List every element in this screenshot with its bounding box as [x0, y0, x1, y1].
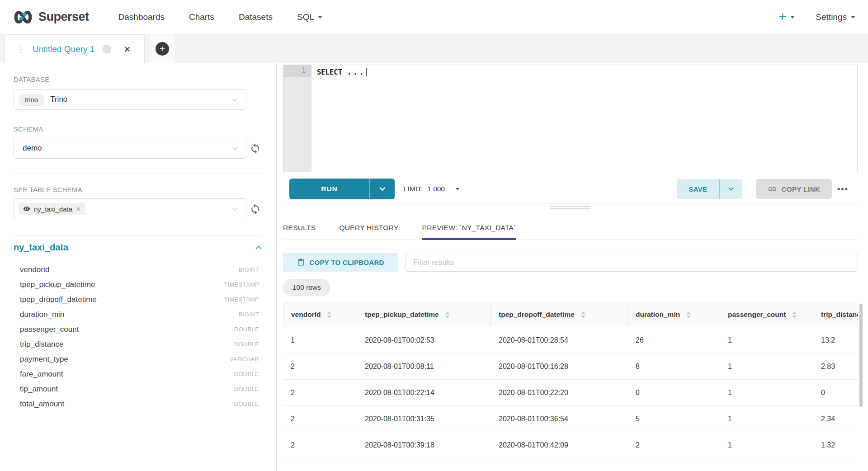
navbar-right: + Settings	[778, 10, 855, 24]
chevron-down-icon	[231, 145, 239, 152]
copy-to-clipboard-label: COPY TO CLIPBOARD	[309, 259, 384, 266]
refresh-tables-icon[interactable]	[248, 202, 262, 216]
text-cursor	[366, 68, 367, 76]
filter-results-input[interactable]	[406, 253, 858, 272]
column-header-tpep-pickup-datetime[interactable]: tpep_pickup_datetime	[357, 302, 491, 327]
table-column-row: tpep_pickup_datetimeTIMESTAMP	[14, 277, 263, 292]
tab-preview-ny-taxi-data[interactable]: PREVIEW: `NY_TAXI_DATA`	[422, 216, 516, 240]
table-row: 22020-08-01T00:39:182020-08-01T00:42:092…	[283, 432, 858, 458]
more-actions-button[interactable]: •••	[837, 179, 849, 199]
new-query-tab-button[interactable]: +	[150, 34, 175, 63]
query-tab-untitled-query-1[interactable]: ⋮ Untitled Query 1 ✕	[5, 34, 145, 64]
close-tab-icon[interactable]: ✕	[124, 45, 130, 54]
query-pane-divider	[283, 203, 858, 203]
save-button[interactable]: SAVE	[677, 179, 719, 199]
caret-down-icon	[318, 16, 322, 19]
table-schema-accordion[interactable]: ny_taxi_data	[14, 242, 263, 253]
sql-keyword: SELECT	[317, 68, 342, 76]
active-tab-underline	[422, 238, 516, 240]
table-column-row: vendoridBIGINT	[14, 262, 263, 277]
schema-value: demo	[23, 144, 42, 153]
tab-results[interactable]: RESULTS	[283, 216, 316, 240]
remove-table-icon[interactable]: ✕	[76, 206, 81, 212]
link-icon	[768, 184, 777, 194]
sql-lab-page: Superset Dashboards Charts Datasets SQL …	[0, 0, 868, 471]
chevron-up-icon[interactable]	[254, 243, 263, 252]
copy-to-clipboard-button[interactable]: COPY TO CLIPBOARD	[283, 253, 398, 272]
superset-brand[interactable]: Superset	[13, 10, 89, 24]
results-table-container: vendorid tpep_pickup_datetime tpep_dropo…	[283, 302, 858, 471]
selected-table-name: ny_taxi_data	[34, 205, 72, 213]
copy-link-button[interactable]: COPY LINK	[756, 179, 832, 199]
query-tab-title: Untitled Query 1	[33, 44, 94, 54]
pane-resize-handle[interactable]	[550, 206, 591, 211]
database-label: DATABASE	[14, 75, 49, 83]
unsaved-state-dot	[102, 45, 111, 54]
divider	[14, 235, 263, 236]
column-header-duration-min[interactable]: duration_min	[628, 302, 720, 327]
column-header-trip-distance[interactable]: trip_distance	[813, 302, 858, 327]
chevron-down-icon	[231, 96, 239, 104]
new-item-button[interactable]: +	[778, 10, 786, 24]
run-button[interactable]: RUN	[289, 179, 369, 199]
table-row: 22020-08-01T00:22:142020-08-01T00:22:200…	[283, 380, 858, 406]
navbar: Superset Dashboards Charts Datasets SQL …	[0, 0, 868, 34]
table-select[interactable]: ny_taxi_data ✕	[14, 198, 246, 219]
table-column-row: duration_minBIGINT	[14, 307, 263, 322]
column-header-tpep-dropoff-datetime[interactable]: tpep_dropoff_datetime	[491, 302, 628, 327]
results-tabbar: RESULTS QUERY HISTORY PREVIEW: `NY_TAXI_…	[283, 216, 858, 240]
sqllab-left-panel: DATABASE trino Trino SCHEMA demo SEE TAB…	[0, 63, 277, 471]
table-column-row: tip_amountDOUBLE	[14, 382, 263, 396]
save-options-button[interactable]	[720, 179, 742, 199]
copy-link-label: COPY LINK	[782, 185, 821, 193]
sort-icon[interactable]	[445, 311, 450, 318]
sort-icon[interactable]	[686, 311, 691, 318]
sort-icon[interactable]	[792, 311, 797, 318]
table-column-row: payment_typeVARCHAR	[14, 352, 263, 367]
schema-select[interactable]: demo	[14, 138, 246, 159]
settings-menu[interactable]: Settings	[816, 12, 855, 22]
sql-editor[interactable]: 1 SELECT ...	[283, 65, 858, 172]
nav-item-sql[interactable]: SQL	[285, 12, 335, 22]
table-row: 22020-08-01T00:08:112020-08-01T00:16:288…	[283, 353, 858, 380]
run-options-button[interactable]	[370, 179, 395, 199]
tab-query-history[interactable]: QUERY HISTORY	[339, 216, 398, 240]
table-column-row: total_amountDOUBLE	[14, 396, 263, 411]
table-columns-list: vendoridBIGINT tpep_pickup_datetimeTIMES…	[14, 262, 263, 411]
plus-icon: +	[156, 42, 169, 56]
limit-label: LIMIT:	[404, 185, 423, 193]
table-column-row: trip_distanceDOUBLE	[14, 337, 263, 352]
query-tabstrip: ⋮ Untitled Query 1 ✕ +	[0, 34, 868, 63]
column-header-passenger-count[interactable]: passenger_count	[720, 302, 813, 327]
database-select[interactable]: trino Trino	[14, 89, 246, 110]
table-schema-label: SEE TABLE SCHEMA	[14, 186, 82, 193]
selected-table-pill: ny_taxi_data ✕	[19, 203, 85, 215]
results-table: vendorid tpep_pickup_datetime tpep_dropo…	[283, 302, 858, 458]
superset-infinity-logo	[13, 10, 33, 24]
caret-down-icon	[790, 16, 795, 19]
sql-ellipsis: ...	[347, 68, 365, 76]
column-header-vendorid[interactable]: vendorid	[283, 302, 357, 327]
table-row: 12020-08-01T00:02:532020-08-01T00:28:542…	[283, 327, 858, 353]
drag-handle-icon[interactable]: ⋮	[17, 45, 25, 53]
database-backend-pill: trino	[19, 94, 44, 106]
nav-item-charts[interactable]: Charts	[177, 12, 226, 22]
table-name-heading: ny_taxi_data	[14, 242, 68, 253]
schema-label: SCHEMA	[14, 125, 43, 133]
run-split-button: RUN	[289, 179, 395, 199]
database-value: Trino	[50, 95, 67, 104]
row-count-badge: 100 rows	[283, 279, 330, 296]
sort-icon[interactable]	[327, 311, 331, 318]
nav-item-dashboards[interactable]: Dashboards	[106, 12, 177, 22]
vertical-scrollbar-thumb[interactable]	[859, 304, 863, 407]
refresh-schemas-icon[interactable]	[248, 141, 262, 155]
clipboard-icon	[297, 259, 305, 266]
limit-dropdown[interactable]: LIMIT: 1 000	[404, 179, 459, 199]
nav-item-datasets[interactable]: Datasets	[226, 12, 285, 22]
primary-nav: Dashboards Charts Datasets SQL	[106, 12, 335, 22]
table-row: 22020-08-01T00:31:352020-08-01T00:36:545…	[283, 406, 858, 432]
sort-icon[interactable]	[581, 311, 585, 318]
editor-code-line: SELECT ...	[317, 67, 367, 78]
divider	[14, 174, 263, 174]
limit-value: 1 000	[427, 185, 445, 193]
